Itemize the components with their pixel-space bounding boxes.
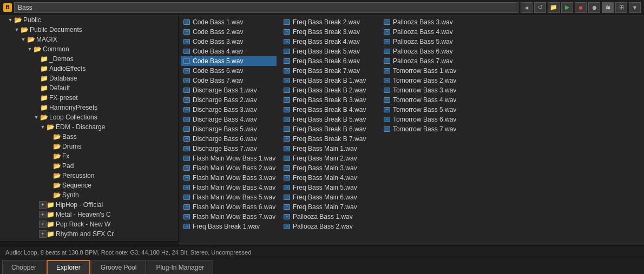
tree-item-hiphop-official[interactable]: +📁HipHop - Official	[0, 200, 178, 210]
file-item-f21[interactable]: Flash Main Wow Bass 7.wav	[181, 212, 277, 222]
layout-button[interactable]: ⊞	[615, 2, 627, 13]
tree-item-common[interactable]: ▼📂Common	[0, 44, 178, 54]
file-item-g2[interactable]: Freq Bass Break 3.wav	[281, 27, 377, 37]
file-item-f6[interactable]: Code Bass 6.wav	[181, 66, 277, 76]
file-item-f10[interactable]: Discharge Bass 3.wav	[181, 105, 277, 115]
record-button[interactable]: ⏺	[588, 2, 600, 13]
tab-chopper[interactable]: Chopper	[2, 260, 45, 274]
folder-button[interactable]: 📁	[548, 2, 560, 13]
file-item-f8[interactable]: Discharge Bass 1.wav	[181, 85, 277, 95]
file-item-f19[interactable]: Flash Main Wow Bass 5.wav	[181, 192, 277, 202]
file-item-g22[interactable]: Pallooza Bass 2.wav	[281, 222, 377, 231]
tree-item-percussion[interactable]: 📂Percussion	[0, 171, 178, 181]
tree-item-fx-preset[interactable]: 📁FX-preset	[0, 93, 178, 103]
file-item-h12[interactable]: Tomorrow Bass 7.wav	[381, 124, 477, 134]
file-item-f1[interactable]: Code Bass 1.wav	[181, 17, 277, 27]
tree-item-magix[interactable]: ▼📂MAGIX	[0, 35, 178, 44]
file-item-g15[interactable]: Freq Bass Main 2.wav	[281, 153, 377, 163]
tree-horizontal-scrollbar[interactable]	[0, 241, 178, 245]
file-item-g21[interactable]: Pallooza Bass 1.wav	[281, 212, 377, 222]
file-item-h4[interactable]: Pallooza Bass 6.wav	[381, 46, 477, 56]
tab-plugin-manager[interactable]: Plug-In Manager	[147, 260, 213, 274]
files-panel[interactable]: Code Bass 1.wavCode Bass 2.wavCode Bass …	[179, 15, 644, 245]
file-item-f5[interactable]: Code Bass 5.wav	[181, 56, 277, 66]
file-item-h6[interactable]: Tomorrow Bass 1.wav	[381, 66, 477, 76]
expand-icon[interactable]: +	[39, 220, 47, 228]
file-item-g18[interactable]: Freq Bass Main 5.wav	[281, 183, 377, 192]
file-item-h7[interactable]: Tomorrow Bass 2.wav	[381, 76, 477, 85]
file-item-f7[interactable]: Code Bass 7.wav	[181, 76, 277, 85]
search-input[interactable]	[14, 2, 518, 13]
file-item-f2[interactable]: Code Bass 2.wav	[181, 27, 277, 37]
file-item-h10[interactable]: Tomorrow Bass 5.wav	[381, 105, 477, 115]
file-item-g17[interactable]: Freq Bass Main 4.wav	[281, 173, 377, 183]
file-item-f3[interactable]: Code Bass 3.wav	[181, 37, 277, 46]
file-item-h11[interactable]: Tomorrow Bass 6.wav	[381, 115, 477, 124]
tree-item-loop-collections[interactable]: ▼📂Loop Collections	[0, 112, 178, 122]
file-item-g3[interactable]: Freq Bass Break 4.wav	[281, 37, 377, 46]
more-button[interactable]: ▼	[629, 2, 641, 13]
file-item-f17[interactable]: Flash Main Wow Bass 3.wav	[181, 173, 277, 183]
tree-item-pop-rock-new[interactable]: +📁Pop Rock - New W	[0, 219, 178, 229]
file-item-g5[interactable]: Freq Bass Break 6.wav	[281, 56, 377, 66]
file-item-f11[interactable]: Discharge Bass 4.wav	[181, 115, 277, 124]
tree-item-synth[interactable]: 📂Synth	[0, 190, 178, 200]
file-item-g6[interactable]: Freq Bass Break 7.wav	[281, 66, 377, 76]
file-item-g10[interactable]: Freq Bass Break B 4.wav	[281, 105, 377, 115]
forward-button[interactable]: ↺	[534, 2, 546, 13]
file-item-g4[interactable]: Freq Bass Break 5.wav	[281, 46, 377, 56]
tree-item-fx[interactable]: 📂Fx	[0, 151, 178, 161]
tree-item-rhythm-sfx[interactable]: +📁Rhythm and SFX Cr	[0, 229, 178, 239]
tree-item-default[interactable]: 📁Default	[0, 83, 178, 93]
file-item-f9[interactable]: Discharge Bass 2.wav	[181, 95, 277, 105]
tree-item-public[interactable]: ▼📂Public	[0, 15, 178, 25]
file-item-f12[interactable]: Discharge Bass 5.wav	[181, 124, 277, 134]
file-item-h3[interactable]: Pallooza Bass 5.wav	[381, 37, 477, 46]
tab-groove-pool[interactable]: Groove Pool	[91, 260, 146, 274]
stop-button[interactable]: ■	[575, 2, 587, 13]
file-item-f20[interactable]: Flash Main Wow Bass 6.wav	[181, 202, 277, 212]
file-item-g12[interactable]: Freq Bass Break B 6.wav	[281, 124, 377, 134]
play-button[interactable]: ▶	[561, 2, 573, 13]
file-item-g1[interactable]: Freq Bass Break 2.wav	[281, 17, 377, 27]
file-item-g11[interactable]: Freq Bass Break B 5.wav	[281, 115, 377, 124]
file-item-h1[interactable]: Pallooza Bass 3.wav	[381, 17, 477, 27]
tree-scroll[interactable]: ▼📂Public▼📂Public Documents▼📂MAGIX▼📂Commo…	[0, 15, 178, 241]
file-item-f14[interactable]: Discharge Bass 7.wav	[181, 144, 277, 153]
tree-item-demos[interactable]: 📁_Demos	[0, 54, 178, 64]
tree-item-pad[interactable]: 📂Pad	[0, 161, 178, 171]
tree-item-sequence[interactable]: 📂Sequence	[0, 181, 178, 190]
file-item-f13[interactable]: Discharge Bass 6.wav	[181, 134, 277, 144]
file-item-g14[interactable]: Freq Bass Main 1.wav	[281, 144, 377, 153]
file-item-g13[interactable]: Freq Bass Break B 7.wav	[281, 134, 377, 144]
tab-explorer[interactable]: Explorer	[47, 260, 90, 274]
tree-item-audioeffects[interactable]: 📁AudioEffects	[0, 64, 178, 73]
file-item-g9[interactable]: Freq Bass Break B 3.wav	[281, 95, 377, 105]
file-item-g20[interactable]: Freq Bass Main 7.wav	[281, 202, 377, 212]
waveform-button[interactable]: ≋	[602, 2, 614, 13]
tree-item-public-docs[interactable]: ▼📂Public Documents	[0, 25, 178, 35]
tree-item-harmonypresets[interactable]: 📁HarmonyPresets	[0, 103, 178, 112]
file-item-g8[interactable]: Freq Bass Break B 2.wav	[281, 85, 377, 95]
file-item-h9[interactable]: Tomorrow Bass 4.wav	[381, 95, 477, 105]
file-item-h2[interactable]: Pallooza Bass 4.wav	[381, 27, 477, 37]
tree-item-metal-heavens[interactable]: +📁Metal - Heaven's C	[0, 210, 178, 219]
file-item-f15[interactable]: Flash Main Wow Bass 1.wav	[181, 153, 277, 163]
tree-item-edm-discharge[interactable]: ▼📂EDM - Discharge	[0, 122, 178, 132]
file-item-f4[interactable]: Code Bass 4.wav	[181, 46, 277, 56]
file-item-g7[interactable]: Freq Bass Break B 1.wav	[281, 76, 377, 85]
file-item-h5[interactable]: Pallooza Bass 7.wav	[381, 56, 477, 66]
file-item-f22[interactable]: Freq Bass Break 1.wav	[181, 222, 277, 231]
tree-item-database[interactable]: 📁Database	[0, 73, 178, 83]
expand-icon[interactable]: +	[39, 211, 47, 218]
expand-icon[interactable]: +	[39, 201, 47, 209]
file-item-g19[interactable]: Freq Bass Main 6.wav	[281, 192, 377, 202]
file-item-f16[interactable]: Flash Main Wow Bass 2.wav	[181, 163, 277, 173]
tree-item-bass[interactable]: 📂Bass	[0, 132, 178, 142]
file-item-h8[interactable]: Tomorrow Bass 3.wav	[381, 85, 477, 95]
expand-icon[interactable]: +	[39, 230, 47, 238]
file-item-g16[interactable]: Freq Bass Main 3.wav	[281, 163, 377, 173]
tree-item-drums[interactable]: 📂Drums	[0, 142, 178, 151]
file-item-f18[interactable]: Flash Main Wow Bass 4.wav	[181, 183, 277, 192]
back-button[interactable]: ◄	[521, 2, 533, 13]
